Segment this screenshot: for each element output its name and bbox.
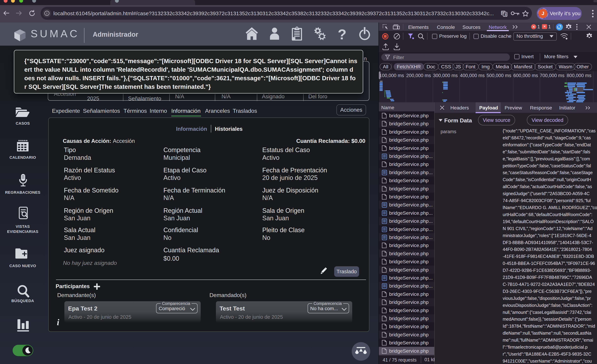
- svg-text:G: G: [502, 11, 504, 14]
- svg-text:文: 文: [504, 13, 507, 16]
